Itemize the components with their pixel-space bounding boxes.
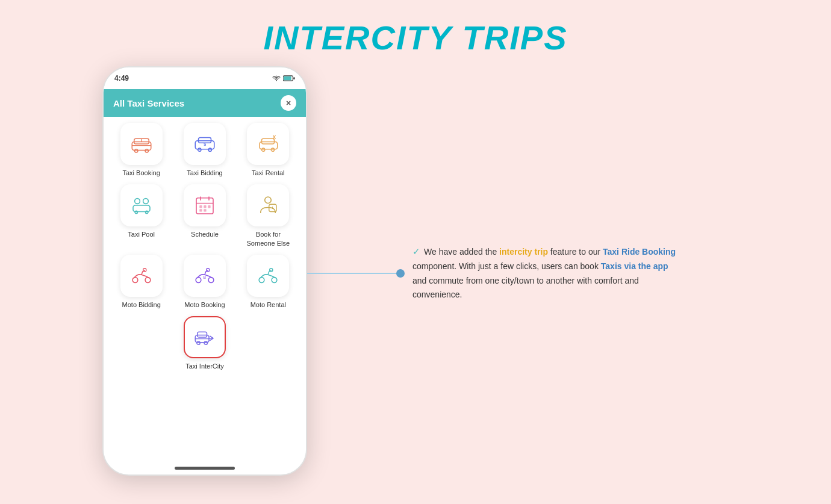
taxi-bidding-label: Taxi Bidding	[187, 169, 222, 177]
service-taxi-rental[interactable]: Taxi Rental	[241, 123, 295, 177]
svg-point-47	[197, 341, 200, 344]
svg-rect-29	[208, 205, 210, 208]
annotation-highlight3: Taxis via the app	[601, 261, 668, 271]
svg-point-39	[208, 278, 214, 283]
service-row-2: Taxi Pool	[110, 184, 300, 247]
annotation-highlight2: Taxi Ride Booking	[603, 247, 676, 257]
svg-point-18	[134, 199, 140, 204]
svg-point-21	[135, 211, 137, 213]
close-button[interactable]: ×	[281, 95, 296, 111]
svg-point-38	[196, 278, 201, 283]
svg-text:B: B	[203, 275, 206, 279]
annotation-dot	[396, 269, 405, 278]
annotation-part3: component. With just a few clicks, users…	[412, 261, 601, 271]
svg-rect-3	[132, 142, 151, 151]
moto-bidding-label: Moto Bidding	[122, 300, 161, 309]
svg-point-42	[259, 278, 264, 283]
page-title: INTERCITY TRIPS	[0, 0, 831, 57]
svg-point-5	[134, 149, 137, 152]
service-taxi-intercity[interactable]: Taxi InterCity	[178, 316, 232, 370]
taxi-booking-label: Taxi Booking	[122, 169, 160, 177]
svg-rect-31	[204, 209, 206, 211]
taxi-rental-svg	[255, 131, 281, 157]
svg-rect-28	[204, 205, 206, 208]
taxi-bidding-svg: $	[192, 131, 217, 157]
service-taxi-bidding[interactable]: $ Taxi Bidding	[178, 123, 232, 177]
taxi-pool-svg	[129, 193, 154, 218]
svg-text:+: +	[272, 205, 275, 211]
wifi-icon	[272, 75, 281, 81]
svg-rect-27	[199, 205, 202, 208]
svg-point-16	[262, 148, 265, 151]
moto-rental-icon-box	[247, 255, 289, 297]
taxi-pool-label: Taxi Pool	[128, 230, 155, 238]
svg-rect-30	[199, 209, 202, 211]
service-taxi-booking[interactable]: Taxi Booking	[114, 123, 169, 177]
moto-bidding-icon-box	[120, 255, 163, 297]
taxi-booking-icon-box	[120, 123, 163, 165]
svg-point-48	[204, 341, 207, 344]
annotation-highlight1: intercity trip	[499, 247, 548, 257]
annotation-line	[307, 273, 400, 274]
schedule-svg	[192, 193, 217, 218]
service-moto-rental[interactable]: Moto Rental	[241, 255, 295, 309]
moto-rental-svg	[255, 263, 281, 288]
moto-bidding-svg	[129, 263, 154, 288]
svg-point-43	[272, 278, 277, 283]
taxi-intercity-icon-box	[184, 316, 226, 358]
home-indicator	[175, 467, 235, 470]
book-someone-icon-box: +	[247, 184, 289, 226]
service-moto-booking[interactable]: B Moto Booking	[178, 255, 232, 309]
moto-booking-label: Moto Booking	[184, 300, 225, 309]
phone-frame: 4:49 All Taxi Services ×	[102, 66, 307, 476]
taxi-rental-label: Taxi Rental	[252, 169, 284, 177]
service-row-1: Taxi Booking $ Taxi Bidding	[110, 123, 300, 177]
svg-rect-2	[284, 76, 291, 80]
status-icons	[272, 75, 295, 81]
svg-rect-1	[293, 77, 294, 79]
svg-point-40	[207, 269, 210, 272]
service-schedule[interactable]: Schedule	[178, 184, 232, 247]
svg-point-22	[145, 211, 148, 213]
time-display: 4:49	[114, 74, 129, 82]
svg-point-35	[132, 278, 138, 283]
service-row-3: Moto Bidding B Moto Booking	[110, 255, 300, 309]
svg-point-32	[265, 197, 272, 204]
svg-rect-46	[198, 332, 207, 337]
phone-mockup: 4:49 All Taxi Services ×	[102, 66, 307, 476]
book-someone-label: Book for Someone Else	[241, 230, 295, 247]
taxi-intercity-label: Taxi InterCity	[185, 362, 224, 370]
schedule-label: Schedule	[191, 230, 219, 238]
schedule-icon-box	[184, 184, 226, 226]
annotation-part1: We have added the	[424, 247, 499, 257]
service-moto-bidding[interactable]: Moto Bidding	[114, 255, 169, 309]
book-someone-svg: +	[255, 193, 281, 218]
svg-point-37	[143, 269, 146, 272]
check-icon: ✓	[412, 246, 420, 257]
taxi-rental-icon-box	[247, 123, 289, 165]
battery-icon	[283, 75, 295, 81]
svg-point-19	[143, 199, 148, 204]
taxi-intercity-svg	[192, 325, 217, 350]
taxi-booking-svg	[129, 131, 154, 157]
annotation-text-box: ✓We have added the intercity trip featur…	[412, 244, 683, 302]
annotation-area: ✓We have added the intercity trip featur…	[307, 244, 683, 302]
moto-booking-icon-box: B	[184, 255, 226, 297]
svg-text:$: $	[204, 142, 206, 147]
service-book-someone[interactable]: + Book for Someone Else	[241, 184, 295, 247]
moto-booking-svg: B	[192, 263, 217, 288]
svg-point-44	[270, 269, 273, 272]
services-grid: Taxi Booking $ Taxi Bidding	[104, 117, 306, 462]
app-header-title: All Taxi Services	[113, 98, 184, 108]
service-taxi-pool[interactable]: Taxi Pool	[114, 184, 169, 247]
app-header: All Taxi Services ×	[104, 89, 306, 117]
annotation-part2: feature to our	[548, 247, 603, 257]
taxi-bidding-icon-box: $	[184, 123, 226, 165]
svg-point-17	[272, 148, 275, 151]
svg-rect-15	[262, 138, 275, 144]
moto-rental-label: Moto Rental	[251, 300, 286, 309]
svg-point-11	[198, 148, 201, 151]
svg-point-36	[145, 278, 151, 283]
service-row-4: Taxi InterCity	[110, 316, 300, 370]
status-bar: 4:49	[104, 67, 306, 89]
